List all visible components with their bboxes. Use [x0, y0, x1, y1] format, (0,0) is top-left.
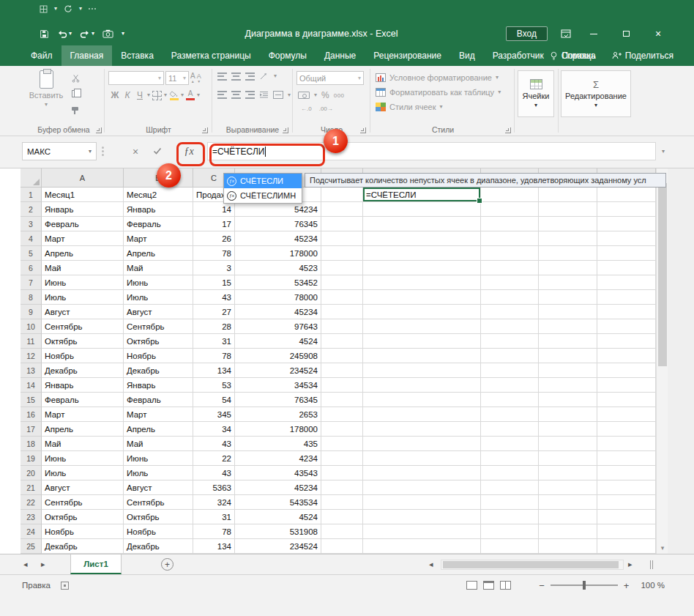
- cell-G5[interactable]: [481, 246, 539, 261]
- cell-C20[interactable]: 43: [193, 466, 235, 480]
- cell-A21[interactable]: Август: [42, 480, 124, 495]
- cell-D25[interactable]: 234524: [235, 539, 321, 554]
- tab-Вид[interactable]: Вид: [450, 45, 484, 66]
- refresh-icon[interactable]: [64, 4, 72, 13]
- font-size-combo[interactable]: 11▾: [165, 71, 189, 85]
- cell-D8[interactable]: 78000: [235, 290, 321, 305]
- cell-I23[interactable]: [597, 510, 656, 524]
- cell-C3[interactable]: 17: [193, 217, 235, 231]
- row-header-19[interactable]: 19: [20, 451, 42, 466]
- cell-G13[interactable]: [481, 363, 539, 378]
- bold-button[interactable]: Ж: [110, 90, 120, 100]
- ribbon-display-options-icon[interactable]: [561, 29, 571, 38]
- merge-center-icon[interactable]: [273, 91, 283, 99]
- align-bottom-icon[interactable]: [245, 73, 255, 81]
- cell-A11[interactable]: Октябрь: [42, 334, 124, 349]
- row-header-5[interactable]: 5: [20, 246, 42, 261]
- cell-F11[interactable]: [363, 334, 481, 349]
- orientation-dropdown-icon[interactable]: ▾: [274, 73, 277, 79]
- cell-B14[interactable]: Январь: [124, 378, 193, 393]
- cell-B1[interactable]: Месяц2: [124, 188, 193, 202]
- maximize-button[interactable]: [616, 26, 635, 42]
- cell-D20[interactable]: 43543: [235, 466, 321, 480]
- cell-D5[interactable]: 178000: [235, 246, 321, 261]
- cell-C8[interactable]: 43: [193, 290, 235, 305]
- more-options-icon[interactable]: [89, 8, 96, 10]
- cell-F21[interactable]: [363, 480, 481, 495]
- cell-I8[interactable]: [597, 290, 656, 305]
- cell-D11[interactable]: 4524: [235, 334, 321, 349]
- percent-format-icon[interactable]: %: [321, 90, 329, 100]
- underline-button[interactable]: Ч: [135, 90, 145, 100]
- cell-G18[interactable]: [481, 437, 539, 451]
- cell-E7[interactable]: [321, 275, 363, 290]
- cell-C17[interactable]: 34: [193, 422, 235, 437]
- page-layout-view-icon[interactable]: [483, 581, 494, 590]
- zoom-level[interactable]: 100 %: [641, 581, 665, 590]
- cell-I3[interactable]: [597, 217, 656, 231]
- new-sheet-button[interactable]: +: [161, 558, 174, 571]
- row-header-20[interactable]: 20: [20, 466, 42, 480]
- dialog-launcher-icon[interactable]: [202, 127, 208, 133]
- cell-A25[interactable]: Декабрь: [42, 539, 124, 554]
- chevron-down-icon[interactable]: ▾: [54, 6, 57, 12]
- cell-C25[interactable]: 134: [193, 539, 235, 554]
- cell-G10[interactable]: [481, 319, 539, 334]
- cell-A17[interactable]: Апрель: [42, 422, 124, 437]
- cell-F12[interactable]: [363, 349, 481, 363]
- camera-icon[interactable]: [102, 29, 113, 38]
- cell-A19[interactable]: Июнь: [42, 451, 124, 466]
- vertical-scrollbar[interactable]: ▴ ▾: [656, 168, 668, 554]
- enter-button[interactable]: [148, 142, 167, 160]
- orientation-icon[interactable]: [259, 72, 269, 81]
- cell-E19[interactable]: [321, 451, 363, 466]
- cell-I10[interactable]: [597, 319, 656, 334]
- tab-Формулы[interactable]: Формулы: [260, 45, 316, 66]
- cell-H20[interactable]: [539, 466, 597, 480]
- cell-H15[interactable]: [539, 393, 597, 407]
- row-header-1[interactable]: 1: [20, 188, 42, 202]
- cell-F3[interactable]: [363, 217, 481, 231]
- cell-B9[interactable]: Август: [124, 305, 193, 319]
- align-right-icon[interactable]: [245, 91, 255, 99]
- cell-I17[interactable]: [597, 422, 656, 437]
- cell-G24[interactable]: [481, 524, 539, 539]
- paste-button[interactable]: Вставить ▾: [26, 70, 66, 116]
- zoom-in-icon[interactable]: +: [624, 580, 630, 591]
- cell-H14[interactable]: [539, 378, 597, 393]
- format-as-table-button[interactable]: Форматировать как таблицу▾: [376, 85, 501, 100]
- row-header-6[interactable]: 6: [20, 261, 42, 275]
- cell-F7[interactable]: [363, 275, 481, 290]
- cell-H23[interactable]: [539, 510, 597, 524]
- cell-G1[interactable]: [481, 188, 539, 202]
- cell-I13[interactable]: [597, 363, 656, 378]
- cell-D2[interactable]: 54234: [235, 202, 321, 217]
- cell-C22[interactable]: 324: [193, 495, 235, 510]
- cell-A22[interactable]: Сентябрь: [42, 495, 124, 510]
- cell-I16[interactable]: [597, 407, 656, 422]
- cell-C24[interactable]: 78: [193, 524, 235, 539]
- hscroll-left-icon[interactable]: ◂: [429, 554, 433, 574]
- cell-E2[interactable]: [321, 202, 363, 217]
- cell-F5[interactable]: [363, 246, 481, 261]
- row-header-13[interactable]: 13: [20, 363, 42, 378]
- dialog-launcher-icon[interactable]: [505, 127, 511, 133]
- cell-H4[interactable]: [539, 231, 597, 246]
- cell-I19[interactable]: [597, 451, 656, 466]
- row-header-25[interactable]: 25: [20, 539, 42, 554]
- row-header-16[interactable]: 16: [20, 407, 42, 422]
- macro-record-icon[interactable]: [61, 582, 69, 590]
- cell-A6[interactable]: Май: [42, 261, 124, 275]
- row-header-18[interactable]: 18: [20, 437, 42, 451]
- cell-E25[interactable]: [321, 539, 363, 554]
- cell-I5[interactable]: [597, 246, 656, 261]
- cell-B12[interactable]: Ноябрь: [124, 349, 193, 363]
- row-header-10[interactable]: 10: [20, 319, 42, 334]
- cell-A16[interactable]: Март: [42, 407, 124, 422]
- cell-D21[interactable]: 45234: [235, 480, 321, 495]
- cell-B5[interactable]: Апрель: [124, 246, 193, 261]
- cell-G21[interactable]: [481, 480, 539, 495]
- cell-H7[interactable]: [539, 275, 597, 290]
- cell-I6[interactable]: [597, 261, 656, 275]
- cell-C9[interactable]: 27: [193, 305, 235, 319]
